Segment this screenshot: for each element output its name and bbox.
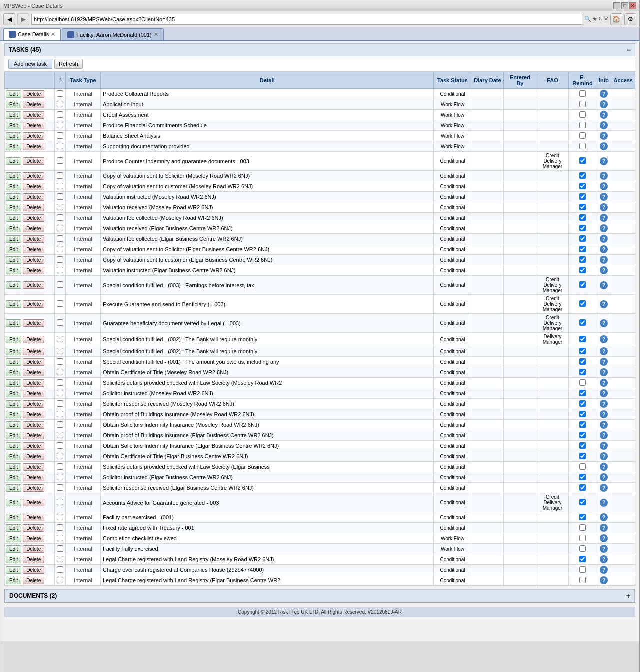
- search-icon[interactable]: 🔍: [584, 16, 592, 22]
- info-button[interactable]: ?: [600, 442, 608, 450]
- delete-button[interactable]: Delete: [23, 225, 44, 232]
- info-button[interactable]: ?: [600, 524, 608, 532]
- info-button[interactable]: ?: [600, 281, 608, 289]
- e-remind-checkbox[interactable]: [580, 256, 586, 263]
- tab-case-details[interactable]: Case Details ✕: [4, 28, 61, 40]
- e-remind-checkbox[interactable]: [580, 463, 586, 470]
- info-button[interactable]: ?: [600, 555, 608, 563]
- e-remind-checkbox[interactable]: [580, 319, 586, 326]
- delete-button[interactable]: Delete: [23, 267, 44, 274]
- e-remind-checkbox[interactable]: [580, 225, 586, 231]
- refresh-icon[interactable]: ↻: [598, 16, 603, 22]
- e-remind-checkbox[interactable]: [580, 369, 586, 375]
- row-flag-checkbox[interactable]: [57, 348, 64, 354]
- delete-button[interactable]: Delete: [23, 369, 44, 376]
- delete-button[interactable]: Delete: [23, 122, 44, 129]
- info-button[interactable]: ?: [600, 193, 608, 201]
- edit-button[interactable]: Edit: [6, 432, 22, 439]
- e-remind-checkbox[interactable]: [580, 474, 586, 480]
- delete-button[interactable]: Delete: [23, 432, 44, 439]
- info-button[interactable]: ?: [600, 513, 608, 521]
- row-flag-checkbox[interactable]: [57, 463, 64, 470]
- delete-button[interactable]: Delete: [23, 172, 44, 180]
- edit-button[interactable]: Edit: [6, 369, 22, 376]
- info-button[interactable]: ?: [600, 121, 608, 129]
- row-flag-checkbox[interactable]: [57, 172, 64, 179]
- row-flag-checkbox[interactable]: [57, 411, 64, 417]
- delete-button[interactable]: Delete: [23, 101, 44, 108]
- delete-button[interactable]: Delete: [23, 535, 44, 542]
- settings-button[interactable]: ⚙: [624, 13, 636, 25]
- delete-button[interactable]: Delete: [23, 514, 44, 521]
- row-flag-checkbox[interactable]: [57, 225, 64, 231]
- forward-button[interactable]: ▶: [18, 13, 30, 25]
- row-flag-checkbox[interactable]: [57, 484, 64, 491]
- e-remind-checkbox[interactable]: [580, 577, 586, 583]
- delete-button[interactable]: Delete: [23, 499, 44, 506]
- info-button[interactable]: ?: [600, 142, 608, 150]
- row-flag-checkbox[interactable]: [57, 379, 64, 386]
- edit-button[interactable]: Edit: [6, 577, 22, 584]
- delete-button[interactable]: Delete: [23, 442, 44, 450]
- e-remind-checkbox[interactable]: [580, 390, 586, 396]
- info-button[interactable]: ?: [600, 100, 608, 108]
- delete-button[interactable]: Delete: [23, 524, 44, 532]
- delete-button[interactable]: Delete: [23, 566, 44, 574]
- delete-button[interactable]: Delete: [23, 484, 44, 492]
- info-button[interactable]: ?: [600, 484, 608, 492]
- delete-button[interactable]: Delete: [23, 256, 44, 264]
- delete-button[interactable]: Delete: [23, 319, 44, 327]
- edit-button[interactable]: Edit: [6, 281, 22, 289]
- delete-button[interactable]: Delete: [23, 358, 44, 366]
- e-remind-checkbox[interactable]: [580, 281, 586, 288]
- edit-button[interactable]: Edit: [6, 183, 22, 190]
- info-button[interactable]: ?: [600, 132, 608, 140]
- minimize-button[interactable]: _: [614, 2, 620, 9]
- info-button[interactable]: ?: [600, 576, 608, 584]
- e-remind-checkbox[interactable]: [580, 524, 586, 531]
- stop-icon[interactable]: ✕: [604, 16, 608, 22]
- edit-button[interactable]: Edit: [6, 111, 22, 119]
- e-remind-checkbox[interactable]: [580, 535, 586, 541]
- info-button[interactable]: ?: [600, 400, 608, 408]
- back-button[interactable]: ◀: [4, 13, 16, 25]
- edit-button[interactable]: Edit: [6, 421, 22, 429]
- edit-button[interactable]: Edit: [6, 193, 22, 201]
- row-flag-checkbox[interactable]: [57, 499, 64, 505]
- edit-button[interactable]: Edit: [6, 514, 22, 521]
- edit-button[interactable]: Edit: [6, 390, 22, 397]
- documents-expand-button[interactable]: +: [626, 592, 630, 600]
- edit-button[interactable]: Edit: [6, 358, 22, 366]
- home-button[interactable]: 🏠: [610, 13, 622, 25]
- e-remind-checkbox[interactable]: [580, 379, 586, 386]
- edit-button[interactable]: Edit: [6, 474, 22, 481]
- e-remind-checkbox[interactable]: [580, 193, 586, 200]
- row-flag-checkbox[interactable]: [57, 535, 64, 541]
- refresh-button[interactable]: Refresh: [54, 59, 83, 69]
- row-flag-checkbox[interactable]: [57, 193, 64, 200]
- edit-button[interactable]: Edit: [6, 300, 22, 308]
- info-button[interactable]: ?: [600, 499, 608, 507]
- row-flag-checkbox[interactable]: [57, 90, 64, 97]
- info-button[interactable]: ?: [600, 431, 608, 439]
- delete-button[interactable]: Delete: [23, 132, 44, 140]
- row-flag-checkbox[interactable]: [57, 545, 64, 552]
- e-remind-checkbox[interactable]: [580, 267, 586, 273]
- edit-button[interactable]: Edit: [6, 499, 22, 506]
- delete-button[interactable]: Delete: [23, 193, 44, 201]
- bookmark-icon[interactable]: ★: [592, 16, 598, 22]
- edit-button[interactable]: Edit: [6, 348, 22, 355]
- row-flag-checkbox[interactable]: [57, 101, 64, 107]
- delete-button[interactable]: Delete: [23, 400, 44, 408]
- row-flag-checkbox[interactable]: [57, 111, 64, 118]
- url-input[interactable]: http://localhost:61929/MPSWeb/Case.aspx?…: [32, 14, 582, 25]
- e-remind-checkbox[interactable]: [580, 235, 586, 242]
- edit-button[interactable]: Edit: [6, 463, 22, 471]
- maximize-button[interactable]: □: [622, 2, 628, 9]
- edit-button[interactable]: Edit: [6, 225, 22, 232]
- row-flag-checkbox[interactable]: [57, 442, 64, 449]
- e-remind-checkbox[interactable]: [580, 143, 586, 149]
- row-flag-checkbox[interactable]: [57, 214, 64, 221]
- info-button[interactable]: ?: [600, 90, 608, 98]
- info-button[interactable]: ?: [600, 111, 608, 119]
